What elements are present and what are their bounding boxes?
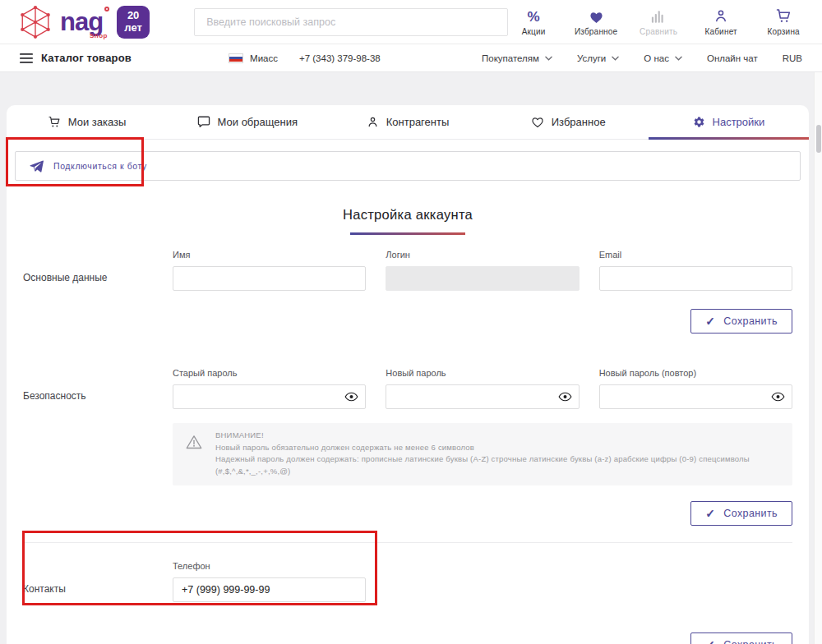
title-underline	[350, 232, 465, 235]
hamburger-icon	[20, 53, 33, 63]
save-basic-button[interactable]: Сохранить	[690, 309, 792, 334]
logo-shop-label: Shop	[90, 33, 108, 39]
chevron-down-icon	[675, 56, 682, 61]
eye-icon[interactable]	[344, 392, 358, 402]
catalog-button[interactable]: Каталог товаров	[20, 52, 132, 64]
security-section: Безопасность Старый пароль Новый пароль	[23, 368, 792, 409]
gear-icon	[693, 116, 705, 128]
phone-label: Телефон	[173, 561, 366, 571]
page-scrollbar[interactable]	[814, 72, 822, 644]
eye-icon[interactable]	[771, 392, 785, 402]
chat-icon	[197, 116, 210, 128]
heart-icon	[589, 8, 604, 24]
email-input[interactable]	[599, 266, 792, 291]
section-label-basic: Основные данные	[23, 272, 153, 291]
nav-link-services[interactable]: Услуги	[577, 53, 619, 63]
percent-icon	[528, 8, 540, 24]
name-field: Имя	[173, 250, 366, 291]
header-nav: Каталог товаров Миасс +7 (343) 379-98-38…	[0, 44, 822, 72]
warning-triangle-icon	[186, 435, 202, 449]
connect-bot-button[interactable]: Подключиться к боту	[15, 151, 801, 181]
login-label: Логин	[386, 250, 579, 260]
bar-chart-icon	[651, 8, 666, 24]
header-actions: Акции Избранное Сравнить	[508, 8, 809, 36]
repeat-password-input[interactable]	[599, 384, 792, 409]
scrollbar-thumb[interactable]	[816, 125, 821, 153]
city-selector[interactable]: Миасс	[229, 53, 278, 63]
heart-outline-icon	[531, 116, 544, 128]
tab-my-requests[interactable]: Мои обращения	[167, 105, 327, 139]
favorites-button[interactable]: Избранное	[570, 8, 621, 36]
old-password-field: Старый пароль	[173, 368, 366, 409]
tab-settings[interactable]: Настройки	[649, 105, 809, 139]
tab-my-orders[interactable]: Мои заказы	[7, 105, 167, 139]
store-phone[interactable]: +7 (343) 379-98-38	[299, 53, 381, 63]
eye-icon[interactable]	[558, 392, 572, 402]
promo-button[interactable]: Акции	[508, 8, 559, 36]
checkmark-icon	[705, 315, 715, 328]
russia-flag-icon	[229, 53, 243, 63]
save-contacts-button[interactable]: Сохранить	[690, 632, 792, 644]
basic-data-section: Основные данные Имя Логин Email	[23, 250, 792, 291]
currency-selector[interactable]: RUB	[783, 53, 802, 63]
logo-polygon-icon	[18, 5, 53, 39]
search-input[interactable]	[194, 8, 508, 36]
new-password-label: Новый пароль	[386, 368, 579, 378]
save-security-button[interactable]: Сохранить	[690, 501, 792, 526]
account-settings-content: Настройка аккаунта Основные данные Имя Л…	[7, 207, 809, 644]
phone-field: Телефон	[173, 561, 366, 602]
email-label: Email	[599, 250, 792, 260]
account-card: Мои заказы Мои обращения Контрагенты	[7, 105, 809, 644]
login-field: Логин	[386, 250, 579, 291]
section-divider	[23, 542, 792, 543]
user-icon	[367, 116, 379, 128]
name-label: Имя	[173, 250, 366, 260]
cart-button[interactable]: Корзина	[758, 8, 809, 36]
warning-text: ВНИМАНИЕ! Новый пароль обязательно долже…	[215, 430, 779, 478]
new-password-field: Новый пароль	[386, 368, 579, 409]
cart-icon	[48, 116, 61, 128]
telegram-icon	[30, 160, 44, 172]
contacts-section: Контакты Телефон	[23, 561, 792, 602]
nav-links: Покупателям Услуги О нас Онлайн чат RUB	[482, 53, 802, 63]
logo-anniversary-badge: 20 лет	[117, 6, 150, 39]
page-title: Настройка аккаунта	[23, 207, 792, 223]
old-password-input[interactable]	[173, 384, 366, 409]
tab-favorites[interactable]: Избранное	[488, 105, 649, 139]
repeat-password-label: Новый пароль (повтор)	[599, 368, 792, 378]
new-password-input[interactable]	[386, 384, 579, 409]
nav-link-about[interactable]: О нас	[644, 53, 682, 63]
search-bar	[194, 8, 508, 36]
checkmark-icon	[705, 507, 715, 520]
user-icon	[713, 8, 728, 24]
compare-button[interactable]: Сравнить	[633, 8, 684, 36]
logo-wordmark: nag Shop	[60, 9, 109, 34]
account-button[interactable]: Кабинет	[695, 8, 746, 36]
cart-icon	[775, 8, 792, 24]
section-label-contacts: Контакты	[23, 583, 153, 602]
nav-link-buyers[interactable]: Покупателям	[482, 53, 552, 63]
header-top: nag Shop 20 лет Акции Избранное	[0, 0, 822, 44]
old-password-label: Старый пароль	[173, 368, 366, 378]
email-field: Email	[599, 250, 792, 291]
chevron-down-icon	[545, 56, 552, 61]
password-warning-box: ВНИМАНИЕ! Новый пароль обязательно долже…	[173, 423, 792, 485]
account-tabs: Мои заказы Мои обращения Контрагенты	[7, 105, 809, 140]
repeat-password-field: Новый пароль (повтор)	[599, 368, 792, 409]
site-logo[interactable]: nag Shop 20 лет	[18, 5, 150, 39]
active-tab-underline	[649, 137, 809, 140]
chevron-down-icon	[612, 56, 619, 61]
nav-link-chat[interactable]: Онлайн чат	[707, 53, 758, 63]
phone-input[interactable]	[173, 577, 366, 602]
name-input[interactable]	[173, 266, 366, 291]
section-label-security: Безопасность	[23, 390, 153, 409]
login-input	[386, 266, 579, 291]
checkmark-icon	[705, 638, 715, 644]
logo-dot	[104, 7, 109, 12]
tab-counterparties[interactable]: Контрагенты	[327, 105, 487, 139]
